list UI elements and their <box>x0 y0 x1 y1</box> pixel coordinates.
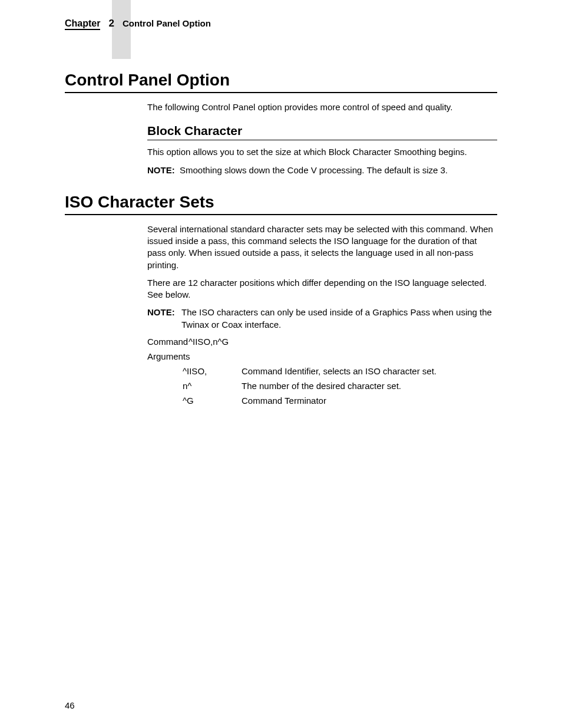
argument-row: ^IISO, Command Identifier, selects an IS… <box>183 366 497 376</box>
arguments-label-row: Arguments <box>147 351 497 361</box>
argument-name: ^IISO, <box>183 366 242 376</box>
command-row: Command ^IISO,n^G <box>147 337 497 347</box>
argument-row: ^G Command Terminator <box>183 396 497 406</box>
command-label: Command <box>147 337 189 347</box>
paragraph: Several international standard character… <box>147 223 497 271</box>
paragraph: The following Control Panel option provi… <box>147 101 497 113</box>
arguments-table: ^IISO, Command Identifier, selects an IS… <box>183 366 497 406</box>
paragraph: This option allows you to set the size a… <box>147 146 497 158</box>
header-title: Control Panel Option <box>123 18 211 28</box>
command-value: ^IISO,n^G <box>189 337 229 347</box>
note-text: Smoothing slows down the Code V processi… <box>180 165 448 175</box>
heading-control-panel-option: Control Panel Option <box>65 71 497 93</box>
paragraph: There are 12 character positions which d… <box>147 277 497 301</box>
note: NOTE: The ISO characters can only be use… <box>147 307 497 331</box>
argument-row: n^ The number of the desired character s… <box>183 381 497 391</box>
page-number: 46 <box>65 700 75 710</box>
note: NOTE: Smoothing slows down the Code V pr… <box>147 164 497 176</box>
heading-iso-character-sets: ISO Character Sets <box>65 193 497 215</box>
page-content: Control Panel Option The following Contr… <box>65 71 497 410</box>
chapter-label: Chapter <box>65 18 100 30</box>
argument-desc: The number of the desired character set. <box>242 381 401 391</box>
note-label: NOTE: <box>147 165 175 175</box>
page-header: Chapter 2 Control Panel Option <box>65 18 497 30</box>
argument-desc: Command Terminator <box>242 396 326 406</box>
arguments-label: Arguments <box>147 351 190 361</box>
note-text: The ISO characters can only be used insi… <box>181 307 497 331</box>
argument-name: n^ <box>183 381 242 391</box>
note-label: NOTE: <box>147 307 181 331</box>
heading-block-character: Block Character <box>147 124 497 140</box>
argument-name: ^G <box>183 396 242 406</box>
chapter-number: 2 <box>108 18 114 29</box>
argument-desc: Command Identifier, selects an ISO chara… <box>242 366 437 376</box>
